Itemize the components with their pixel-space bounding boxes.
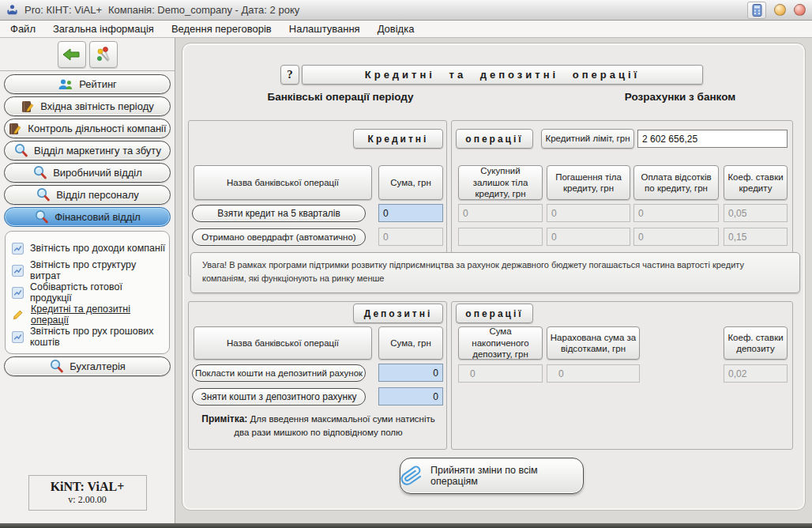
menu-general-info[interactable]: Загальна інформація [44,21,163,37]
sidebar-item-incoming-reports[interactable]: Вхідна звітність періоду [4,96,171,116]
sidebar-item-label: Бухгалтерія [70,360,126,372]
back-button[interactable] [58,41,86,68]
credit-balance-field [458,204,543,222]
overdraft-interest-field [633,228,719,246]
deposit-operations-box: Депозитні Назва банківської операції Сум… [188,301,447,450]
credit-limit-input[interactable] [637,130,788,148]
people-icon [58,78,73,91]
deposit-accumulated-field [458,364,543,383]
subitem-cash-flow[interactable]: Звітність про рух грошових коштів [12,326,166,348]
chart-icon [12,265,24,277]
overdraft-rate-field [724,228,788,246]
main-area: ? Кредитні та депозитні операції Банківс… [175,38,812,523]
deposit-col-sum-header[interactable]: Сума, грн [378,326,443,360]
menu-negotiations[interactable]: Ведення переговорів [163,21,280,37]
sidebar-item-label: Контроль діяльності компанії [28,123,166,134]
overdraft-button[interactable]: Отримано овердрафт (автоматично) [192,228,366,246]
page-title: Кредитні та депозитні операції [302,65,703,85]
deposit-note-label: Примітка: [201,413,247,424]
deposit-note-text-2: два рази мишкою по відповідному полю [234,428,402,437]
chart-icon [12,287,24,299]
credit-section-button[interactable]: Кредитні [353,129,443,149]
deposit-put-button[interactable]: Покласти кошти на депозитний рахунок [192,364,366,382]
pins-icon [94,45,113,64]
sidebar-item-personnel[interactable]: Відділ персоналу [4,185,171,205]
notebook-icon [21,100,35,114]
deposit-bank-col-1[interactable]: Нарахована сума за відсотками, грн [547,326,640,360]
subitem-product-cost[interactable]: Собівартість готової продукції [12,281,166,304]
magnifier-icon [13,143,28,158]
deposit-put-amount-input[interactable] [378,364,443,382]
sidebar-item-label: Виробничий відділ [53,167,142,179]
credit-col-sum-header[interactable]: Сума, грн [378,165,443,200]
menubar: Файл Загальна інформація Ведення перегов… [0,21,812,38]
subitem-credit-deposit[interactable]: Кредитні та депозитні операції [12,304,166,326]
help-button[interactable]: ? [280,65,299,85]
titlebar: Pro: КІНТ: ViAL+ Компанія: Demo_company … [0,0,812,21]
sidebar-item-rating[interactable]: Рейтинг [4,74,171,94]
sidebar-item-marketing[interactable]: Відділ маркетингу та збуту [4,141,171,160]
magnifier-icon [49,359,64,374]
finance-submenu: Звітність про доходи компанії Звітність … [5,231,170,354]
sidebar-toolbar [0,38,175,71]
deposit-bank-box: операції Сума накопиченого депозиту, грн… [451,301,793,450]
subitem-label: Звітність про рух грошових коштів [30,326,166,348]
deposit-withdraw-amount-input[interactable] [378,387,443,405]
credit-col-name-header[interactable]: Назва банківської операції [194,165,372,200]
sidebar-item-finance[interactable]: Фінансовий відділ [4,207,171,227]
deposit-withdraw-button[interactable]: Зняти кошти з депозитного рахунку [192,388,366,405]
deposit-col-name-header[interactable]: Назва банківської операції [194,326,372,360]
chart-icon [12,243,24,255]
left-column-title: Банківські операції періоду [206,91,475,103]
deposit-ops-button[interactable]: операції [456,304,533,323]
sidebar-item-accounting[interactable]: Бухгалтерія [4,356,171,376]
pencil-icon [12,308,24,321]
credit-bank-col-0[interactable]: Сукупний залишок тіла кредиту, грн [458,165,543,200]
menu-file[interactable]: Файл [2,21,44,37]
deposit-bank-col-2[interactable]: Коеф. ставки депозиту [724,326,788,360]
menu-help[interactable]: Довідка [369,21,423,37]
subitem-cost-structure[interactable]: Звітність про структуру витрат [12,259,166,281]
version-box: KiNT: ViAL+ v: 2.00.00 [28,475,147,511]
calculator-icon [752,4,762,17]
credit-deposit-panel: ? Кредитні та депозитні операції Банківс… [182,43,806,511]
sidebar-item-label: Вхідна звітність періоду [40,100,154,112]
credit-interest-field [633,204,719,222]
subitem-label: Собівартість готової продукції [30,281,166,304]
sidebar-item-label: Фінансовий відділ [55,211,141,223]
apply-all-button[interactable]: Прийняти зміни по всім операціям [400,458,584,494]
chart-icon [12,331,24,343]
credit-bank-col-1[interactable]: Погашення тіла кредиту, грн [547,165,630,200]
taskbar-edge [0,523,812,528]
minimize-button[interactable] [774,4,786,16]
subitem-income-report[interactable]: Звітність про доходи компанії [12,237,166,259]
magnifier-icon [34,209,49,224]
credit-limit-label[interactable]: Кредитний ліміт, грн [541,129,634,149]
deposit-rate-field [724,364,788,383]
sidebar-item-label: Відділ маркетингу та збуту [34,145,161,157]
menu-settings[interactable]: Налаштування [280,21,369,37]
sidebar-item-company-control[interactable]: Контроль діяльності компанії [4,119,171,138]
credit-bank-col-3[interactable]: Коеф. ставки кредиту [724,165,788,200]
paperclip-icon [400,465,423,487]
deposit-note-text-1: Для введення максимальної суми натисніть [250,414,435,424]
sidebar-item-production[interactable]: Виробничий відділ [4,163,171,183]
take-credit-amount-input[interactable] [378,204,443,222]
window-title: Pro: КІНТ: ViAL+ [24,4,102,16]
overdraft-amount-field [378,228,443,246]
credit-rate-field [724,204,788,222]
calculator-button[interactable] [747,2,766,19]
deposit-bank-col-0[interactable]: Сума накопиченого депозиту, грн [458,326,543,360]
credit-bank-col-2[interactable]: Оплата відсотків по кредиту, грн [633,165,719,200]
subitem-label: Звітність про доходи компанії [30,243,165,254]
sidebar: Рейтинг Вхідна звітність періоду Контрол… [0,38,175,523]
pins-button[interactable] [89,41,118,68]
close-button[interactable] [794,4,806,16]
credit-repay-field [547,204,630,222]
credit-ops-button[interactable]: операції [456,129,533,149]
take-credit-button[interactable]: Взяти кредит на 5 кварталів [192,205,366,222]
app-person-icon [6,4,18,16]
subitem-label: Звітність про структуру витрат [30,259,166,281]
support-program-notice: Увага! В рамках програми підтримки розви… [190,252,800,293]
deposit-section-button[interactable]: Депозитні [353,304,443,323]
